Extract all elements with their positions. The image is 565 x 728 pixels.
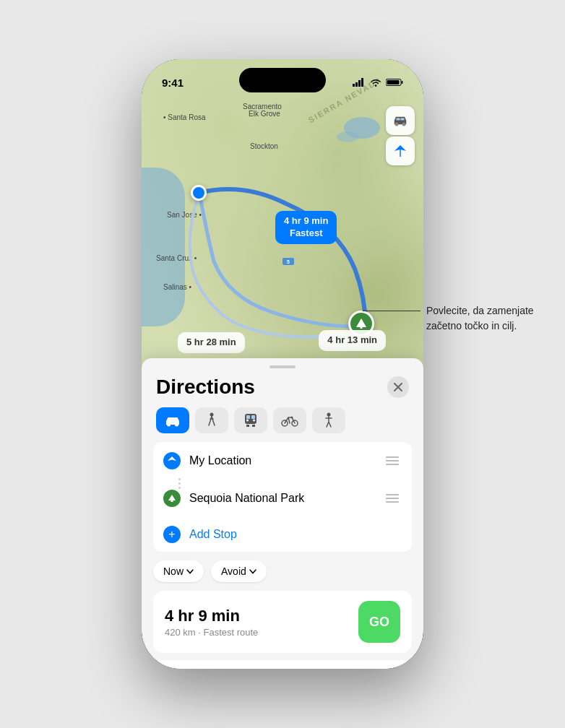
close-button[interactable] <box>387 376 409 398</box>
signal-icon <box>353 78 366 87</box>
car-icon <box>392 114 408 127</box>
avoid-button[interactable]: Avoid <box>211 560 267 582</box>
to-location-text: Sequoia National Park <box>189 492 383 505</box>
svg-point-18 <box>167 422 171 426</box>
alt2-time: 5 hr 28 min <box>186 337 236 347</box>
transit-icon <box>243 412 258 428</box>
tree-dest-icon <box>167 493 177 503</box>
tab-bike[interactable] <box>273 407 306 433</box>
tab-transit[interactable] <box>234 407 267 433</box>
annotation-area: Povlecite, da zamenjate začetno točko in… <box>363 303 551 334</box>
svg-rect-33 <box>171 500 173 502</box>
avoid-label: Avoid <box>221 566 246 577</box>
tab-car[interactable] <box>156 407 189 433</box>
map-buttons <box>386 106 415 165</box>
add-stop-icon: + <box>163 526 181 543</box>
fastest-label: Fastest <box>284 228 328 240</box>
from-drag-handle[interactable] <box>383 454 402 468</box>
annotation-line-group: Povlecite, da zamenjate začetno točko in… <box>363 303 551 334</box>
svg-rect-23 <box>252 425 255 427</box>
locations-container: My Location <box>153 442 412 552</box>
add-stop-text: Add Stop <box>189 528 237 541</box>
go-label-1: GO <box>369 615 389 630</box>
chevron-down-avoid-icon <box>249 569 256 574</box>
svg-point-4 <box>375 84 376 86</box>
route-detail-1: 420 km · Fastest route <box>165 627 258 638</box>
tab-walk[interactable] <box>195 407 228 433</box>
chevron-down-icon <box>186 569 194 574</box>
svg-point-25 <box>253 420 255 422</box>
svg-rect-15 <box>401 118 405 121</box>
from-location-icon <box>163 452 181 469</box>
location-icon <box>167 456 177 466</box>
transport-tabs <box>142 404 423 442</box>
svg-rect-6 <box>402 81 403 84</box>
svg-rect-26 <box>246 415 250 419</box>
battery-icon <box>386 78 403 87</box>
status-icons <box>353 78 403 87</box>
route-option-1[interactable]: 4 hr 9 min 420 km · Fastest route GO <box>153 591 412 653</box>
wifi-icon <box>370 78 381 87</box>
close-icon <box>394 383 402 391</box>
route-info-1: 4 hr 9 min 420 km · Fastest route <box>165 607 258 638</box>
route-time-1: 4 hr 9 min <box>165 607 258 625</box>
walk-icon <box>206 412 217 428</box>
to-drag-handle[interactable] <box>383 491 402 506</box>
car-route-button[interactable] <box>386 106 415 135</box>
svg-point-24 <box>246 420 249 422</box>
phone-frame: 9:41 <box>142 59 423 669</box>
map-area[interactable]: SIERRA NEVADA • Santa Rosa Sacramento El… <box>142 59 423 391</box>
accessibility-icon <box>322 412 335 428</box>
status-time: 9:41 <box>162 77 184 89</box>
svg-point-30 <box>291 417 293 419</box>
svg-rect-0 <box>353 84 355 87</box>
svg-rect-27 <box>251 415 255 419</box>
go-button-1[interactable]: GO <box>358 601 400 643</box>
now-label: Now <box>163 566 184 577</box>
add-stop-row[interactable]: + Add Stop <box>153 517 412 552</box>
phone-screen: 9:41 <box>142 59 423 669</box>
fastest-time: 4 hr 9 min <box>284 215 328 228</box>
location-button[interactable] <box>386 136 415 165</box>
bike-icon <box>281 414 298 427</box>
svg-point-13 <box>402 123 406 126</box>
svg-point-12 <box>395 123 399 126</box>
annotation-text: Povlecite, da zamenjate začetno točko in… <box>420 303 551 334</box>
svg-rect-14 <box>397 118 400 121</box>
car-tab-icon <box>165 415 181 427</box>
directions-title: Directions <box>156 376 255 399</box>
from-location-row[interactable]: My Location <box>153 442 412 480</box>
start-pin <box>191 185 207 201</box>
annotation-line <box>363 311 420 311</box>
alt2-route-callout[interactable]: 5 hr 28 min <box>178 332 245 353</box>
svg-text:5: 5 <box>287 259 290 264</box>
filter-row: Now Avoid <box>142 552 423 591</box>
now-button[interactable]: Now <box>153 560 204 582</box>
svg-rect-2 <box>358 80 361 87</box>
to-location-row[interactable]: Sequoia National Park <box>153 480 412 517</box>
svg-rect-3 <box>361 78 363 87</box>
svg-point-19 <box>175 422 178 426</box>
from-location-text: My Location <box>189 454 383 467</box>
svg-marker-32 <box>168 495 176 500</box>
svg-rect-22 <box>246 425 249 427</box>
svg-rect-7 <box>387 80 400 84</box>
to-location-icon <box>163 490 181 507</box>
location-arrow-icon <box>393 144 407 158</box>
tab-accessibility[interactable] <box>312 407 345 433</box>
svg-rect-1 <box>355 82 358 87</box>
fastest-route-callout[interactable]: 4 hr 9 min Fastest <box>275 211 337 244</box>
sheet-header: Directions <box>142 368 423 404</box>
alt1-time: 4 hr 13 min <box>327 334 377 345</box>
svg-rect-21 <box>245 414 256 424</box>
route-option-2[interactable]: 5 hr 28 min GO <box>153 660 412 669</box>
dynamic-island <box>239 68 326 92</box>
bottom-sheet: Directions <box>142 358 423 669</box>
